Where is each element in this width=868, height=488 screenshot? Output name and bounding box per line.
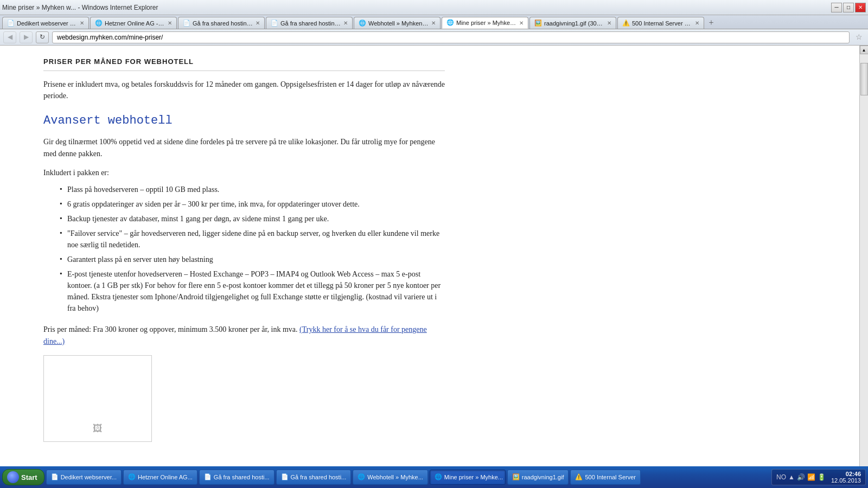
taskbar-icon-7: 🖼️ — [512, 473, 520, 481]
taskbar-btn-8[interactable]: ⚠️ 500 Internal Server — [570, 470, 641, 485]
tab-6[interactable]: 🌐 Mine priser » Myhken w... ✕ — [442, 17, 528, 29]
tab-4-label: Gå fra shared hosting ti... — [280, 20, 341, 27]
taskbar-icon-3: 📄 — [204, 473, 212, 481]
tab-8-label: 500 Internal Server Error — [632, 20, 693, 27]
tab-5-label: Webhotell » Myhken w... — [368, 20, 429, 27]
page-content: PRISER PER MÅNED FOR WEBHOTELL Prisene e… — [0, 46, 859, 488]
tab-2-label: Hetzner Online AG - Re... — [105, 20, 165, 27]
windows-orb-icon — [7, 471, 19, 483]
window-controls: ─ □ ✕ — [831, 3, 866, 12]
tab-3-close[interactable]: ✕ — [256, 20, 260, 26]
list-item: "Failover service" – går hovedserveren n… — [60, 228, 445, 251]
taskbar-icon-2: 🌐 — [128, 473, 136, 481]
tab-6-close[interactable]: ✕ — [519, 20, 524, 26]
taskbar-icon-6: 🌐 — [435, 473, 442, 481]
avansert-description: Gir deg tilnærmet 100% oppetid ved at si… — [43, 136, 445, 159]
volume-icon: 🔊 — [797, 473, 805, 481]
clock-date: 12.05.2013 — [831, 477, 861, 484]
start-button[interactable]: Start — [2, 469, 44, 485]
scrollbar[interactable]: ▲ ▼ — [859, 46, 868, 488]
list-item: 6 gratis oppdateringer av siden per år –… — [60, 198, 445, 210]
taskbar-icon-5: 🌐 — [358, 473, 365, 481]
taskbar-btn-4[interactable]: 📄 Gå fra shared hosti... — [276, 470, 352, 485]
taskbar-icon-1: 📄 — [51, 473, 59, 481]
tab-6-favicon: 🌐 — [446, 19, 454, 27]
taskbar-icon-4: 📄 — [281, 473, 289, 481]
tab-1[interactable]: 📄 Dedikert webserver "km... ✕ — [2, 17, 89, 29]
language-icon: NO — [776, 473, 786, 481]
taskbar-label-4: Gå fra shared hosti... — [291, 474, 347, 480]
system-tray: NO ▲ 🔊 📶 🔋 02:46 12.05.2013 — [771, 469, 866, 485]
tab-2-favicon: 🌐 — [95, 20, 103, 27]
tab-7[interactable]: 🖼️ raadgivning1.gif (300×... ✕ — [529, 17, 616, 29]
price-paragraph: Pris per måned: Fra 300 kroner og oppove… — [43, 324, 445, 347]
new-tab-button[interactable]: + — [705, 17, 717, 29]
signal-icon: 📶 — [807, 473, 815, 481]
tab-5-close[interactable]: ✕ — [431, 20, 436, 26]
avansert-heading: Avansert webhotell — [43, 112, 445, 130]
tab-2[interactable]: 🌐 Hetzner Online AG - Re... ✕ — [90, 17, 177, 29]
list-item: E-post tjeneste utenfor hovedserveren – … — [60, 268, 445, 314]
window-title: Mine priser » Myhken w... - Windows Inte… — [2, 4, 158, 11]
tab-4[interactable]: 📄 Gå fra shared hosting ti... ✕ — [266, 17, 353, 29]
tab-5[interactable]: 🌐 Webhotell » Myhken w... ✕ — [354, 17, 441, 29]
forward-button[interactable]: ▶ — [20, 31, 33, 43]
intro-paragraph: Prisene er inkludert mva, og betales for… — [43, 79, 445, 102]
taskbar-btn-1[interactable]: 📄 Dedikert webserver... — [46, 470, 122, 485]
clock: 02:46 12.05.2013 — [831, 471, 861, 484]
taskbar-label-6: Mine priser » Myhke... — [444, 474, 503, 480]
minimize-button[interactable]: ─ — [831, 3, 842, 12]
tab-8-close[interactable]: ✕ — [695, 20, 699, 26]
back-button[interactable]: ◀ — [3, 31, 16, 43]
page-section-title: PRISER PER MÅNED FOR WEBHOTELL — [43, 56, 445, 71]
taskbar-label-3: Gå fra shared hosti... — [214, 474, 270, 480]
image-placeholder: 🖼 — [43, 355, 152, 442]
taskbar-label-1: Dedikert webserver... — [61, 474, 117, 480]
taskbar-icon-8: ⚠️ — [575, 473, 583, 481]
close-button[interactable]: ✕ — [855, 3, 866, 12]
tab-4-favicon: 📄 — [271, 20, 278, 27]
taskbar-btn-2[interactable]: 🌐 Hetzner Online AG... — [123, 470, 197, 485]
refresh-button[interactable]: ↻ — [36, 31, 49, 43]
list-item: Plass på hovedserveren – opptil 10 GB me… — [60, 184, 445, 195]
tab-7-favicon: 🖼️ — [534, 20, 542, 27]
tab-8[interactable]: ⚠️ 500 Internal Server Error ✕ — [617, 17, 704, 29]
battery-icon: 🔋 — [818, 473, 826, 481]
list-item: Backup tjenester av databaser, minst 1 g… — [60, 213, 445, 224]
clock-time: 02:46 — [831, 471, 861, 477]
tab-3-label: Gå fra shared hosting ti... — [193, 20, 253, 27]
taskbar-btn-6[interactable]: 🌐 Mine priser » Myhke... — [430, 470, 506, 485]
taskbar-btn-5[interactable]: 🌐 Webhotell » Myhke... — [353, 470, 428, 485]
tray-icons: NO ▲ 🔊 📶 🔋 — [776, 473, 826, 481]
bookmark-star-icon[interactable]: ☆ — [853, 31, 865, 43]
tab-bar: 📄 Dedikert webserver "km... ✕ 🌐 Hetzner … — [0, 15, 868, 29]
address-input[interactable] — [52, 31, 850, 43]
tab-4-close[interactable]: ✕ — [343, 20, 348, 26]
tab-5-favicon: 🌐 — [359, 20, 366, 27]
taskbar-label-5: Webhotell » Myhke... — [367, 474, 423, 480]
list-item: Garantert plass på en server uten høy be… — [60, 254, 445, 265]
tab-1-close[interactable]: ✕ — [80, 20, 84, 26]
maximize-button[interactable]: □ — [843, 3, 854, 12]
tab-7-label: raadgivning1.gif (300×... — [544, 20, 605, 27]
tab-3[interactable]: 📄 Gå fra shared hosting ti... ✕ — [178, 17, 265, 29]
scroll-up-button[interactable]: ▲ — [860, 46, 869, 54]
features-list: Plass på hovedserveren – opptil 10 GB me… — [60, 184, 445, 314]
title-bar-left: Mine priser » Myhken w... - Windows Inte… — [2, 4, 161, 11]
taskbar-label-8: 500 Internal Server — [585, 474, 636, 480]
address-bar: ◀ ▶ ↻ ☆ — [0, 29, 868, 46]
tab-3-favicon: 📄 — [183, 20, 190, 27]
start-label: Start — [21, 473, 37, 481]
taskbar-label-7: raadgivning1.gif — [522, 474, 564, 480]
tab-1-label: Dedikert webserver "km... — [17, 20, 78, 27]
tab-2-close[interactable]: ✕ — [168, 20, 172, 26]
title-bar: Mine priser » Myhken w... - Windows Inte… — [0, 0, 868, 15]
price-text-static: Pris per måned: Fra 300 kroner og oppove… — [43, 325, 298, 333]
page-inner: PRISER PER MÅNED FOR WEBHOTELL Prisene e… — [0, 46, 488, 453]
browser-window: Mine priser » Myhken w... - Windows Inte… — [0, 0, 868, 46]
tab-7-close[interactable]: ✕ — [607, 20, 611, 26]
scroll-thumb[interactable] — [860, 63, 868, 95]
broken-image-icon: 🖼 — [93, 421, 103, 436]
taskbar-btn-7[interactable]: 🖼️ raadgivning1.gif — [507, 470, 569, 485]
taskbar-btn-3[interactable]: 📄 Gå fra shared hosti... — [199, 470, 275, 485]
